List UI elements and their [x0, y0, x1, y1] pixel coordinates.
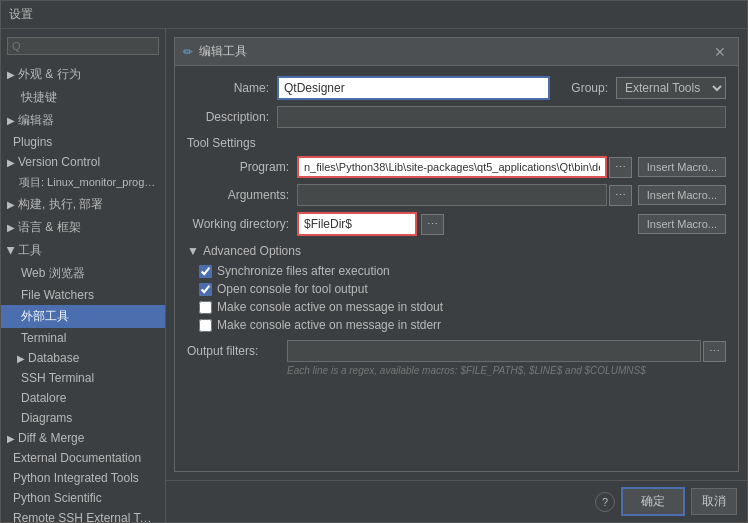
sidebar-item-editor[interactable]: ▶ 编辑器: [1, 109, 165, 132]
sync-files-checkbox[interactable]: [199, 265, 212, 278]
sidebar-item-diff-merge[interactable]: ▶ Diff & Merge: [1, 428, 165, 448]
settings-body: ▶ 外观 & 行为 快捷键 ▶ 编辑器 Plugins ▶ Version Co…: [1, 29, 747, 522]
console-stderr-checkbox[interactable]: [199, 319, 212, 332]
sidebar-item-label-tools: 工具: [18, 242, 42, 259]
open-console-row: Open console for tool output: [199, 282, 726, 296]
output-filters-row: Output filters: ⋯: [187, 340, 726, 362]
program-label: Program:: [187, 160, 297, 174]
sidebar-item-label-db: Database: [28, 351, 79, 365]
sidebar-item-database[interactable]: ▶ Database: [1, 348, 165, 368]
sidebar-item-ssh-terminal[interactable]: SSH Terminal: [1, 368, 165, 388]
program-input[interactable]: [297, 156, 607, 178]
working-dir-browse-button[interactable]: ⋯: [421, 214, 444, 235]
name-input[interactable]: [277, 76, 550, 100]
tool-settings-box: Tool Settings Program: ⋯ Insert Macro...: [187, 136, 726, 236]
output-filters-label: Output filters:: [187, 344, 287, 358]
sidebar-item-plugins[interactable]: Plugins: [1, 132, 165, 152]
console-stdout-row: Make console active on message in stdout: [199, 300, 726, 314]
arrow-icon-vc: ▶: [7, 157, 15, 168]
sidebar-item-file-watchers[interactable]: File Watchers: [1, 285, 165, 305]
program-insert-macro-button[interactable]: Insert Macro...: [638, 157, 726, 177]
sidebar-item-external-tools[interactable]: 外部工具: [1, 305, 165, 328]
group-label-text: Group:: [566, 81, 616, 95]
arrow-icon: ▶: [7, 69, 15, 80]
sidebar-item-tools[interactable]: ▶ 工具: [1, 239, 165, 262]
main-content: ✏ 编辑工具 ✕ Name: Group: External Tools: [166, 29, 747, 522]
arrow-icon-lang: ▶: [7, 222, 15, 233]
working-dir-row: Working directory: ⋯ Insert Macro...: [187, 212, 726, 236]
sidebar-item-python-scientific[interactable]: Python Scientific: [1, 488, 165, 508]
sidebar-item-datalore[interactable]: Datalore: [1, 388, 165, 408]
sidebar-item-project[interactable]: 项目: Linux_monitor_program: [1, 172, 165, 193]
arguments-label: Arguments:: [187, 188, 297, 202]
inner-body: Name: Group: External Tools Description:: [175, 66, 738, 471]
program-row: Program: ⋯ Insert Macro...: [187, 156, 726, 178]
sidebar-item-build[interactable]: ▶ 构建, 执行, 部署: [1, 193, 165, 216]
cancel-button[interactable]: 取消: [691, 488, 737, 515]
sidebar-item-lang[interactable]: ▶ 语言 & 框架: [1, 216, 165, 239]
group-select[interactable]: External Tools: [616, 77, 726, 99]
settings-titlebar: 设置: [1, 1, 747, 29]
program-browse-button[interactable]: ⋯: [609, 157, 632, 178]
sync-files-label: Synchronize files after execution: [217, 264, 390, 278]
editor-tools-dialog: ✏ 编辑工具 ✕ Name: Group: External Tools: [174, 37, 739, 472]
arrow-icon-db: ▶: [17, 353, 25, 364]
sidebar-item-web-browser[interactable]: Web 浏览器: [1, 262, 165, 285]
description-row: Description:: [187, 106, 726, 128]
sidebar-item-remote-ssh[interactable]: Remote SSH External Tools: [1, 508, 165, 522]
arguments-input[interactable]: [297, 184, 607, 206]
sidebar-item-label-diff: Diff & Merge: [18, 431, 84, 445]
close-button[interactable]: ✕: [710, 44, 730, 60]
open-console-label: Open console for tool output: [217, 282, 368, 296]
edit-icon: ✏: [183, 45, 193, 59]
sidebar-item-python-integrated[interactable]: Python Integrated Tools: [1, 468, 165, 488]
arguments-input-wrap: ⋯: [297, 184, 632, 206]
sidebar-item-terminal[interactable]: Terminal: [1, 328, 165, 348]
open-console-checkbox[interactable]: [199, 283, 212, 296]
console-stderr-row: Make console active on message in stderr: [199, 318, 726, 332]
advanced-section: ▼ Advanced Options Synchronize files aft…: [187, 244, 726, 332]
output-filters-input[interactable]: [287, 340, 701, 362]
advanced-header[interactable]: ▼ Advanced Options: [187, 244, 726, 258]
arguments-insert-macro-button[interactable]: Insert Macro...: [638, 185, 726, 205]
output-filters-browse-button[interactable]: ⋯: [703, 341, 726, 362]
sidebar-item-label-build: 构建, 执行, 部署: [18, 196, 103, 213]
working-dir-label: Working directory:: [187, 217, 297, 231]
sidebar-item-label-editor: 编辑器: [18, 112, 54, 129]
sidebar-item-version-control[interactable]: ▶ Version Control: [1, 152, 165, 172]
output-filters-hint: Each line is a regex, available macros: …: [287, 365, 726, 376]
help-button[interactable]: ?: [595, 492, 615, 512]
sidebar-item-appearance[interactable]: ▶ 外观 & 行为: [1, 63, 165, 86]
inner-titlebar: ✏ 编辑工具 ✕: [175, 38, 738, 66]
sidebar-item-label-vc: Version Control: [18, 155, 100, 169]
name-label: Name:: [187, 81, 277, 95]
arrow-icon-diff: ▶: [7, 433, 15, 444]
working-dir-insert-macro-button[interactable]: Insert Macro...: [638, 214, 726, 234]
settings-title: 设置: [9, 6, 739, 23]
settings-dialog: 设置 ▶ 外观 & 行为 快捷键 ▶ 编辑器 Plugins ▶ Version…: [0, 0, 748, 523]
sidebar-item-external-doc[interactable]: External Documentation: [1, 448, 165, 468]
sidebar-item-label-lang: 语言 & 框架: [18, 219, 81, 236]
arguments-browse-button[interactable]: ⋯: [609, 185, 632, 206]
sidebar: ▶ 外观 & 行为 快捷键 ▶ 编辑器 Plugins ▶ Version Co…: [1, 29, 166, 522]
inner-dialog-title: 编辑工具: [199, 43, 710, 60]
ok-button[interactable]: 确定: [621, 487, 685, 516]
sidebar-item-label: 外观 & 行为: [18, 66, 81, 83]
working-dir-input[interactable]: [297, 212, 417, 236]
console-stdout-label: Make console active on message in stdout: [217, 300, 443, 314]
arrow-icon-tools: ▶: [6, 247, 17, 255]
sidebar-item-keymap[interactable]: 快捷键: [1, 86, 165, 109]
console-stdout-checkbox[interactable]: [199, 301, 212, 314]
bottom-bar: ? 确定 取消: [166, 480, 747, 522]
arrow-icon-editor: ▶: [7, 115, 15, 126]
sidebar-search-input[interactable]: [7, 37, 159, 55]
arrow-icon-build: ▶: [7, 199, 15, 210]
description-input[interactable]: [277, 106, 726, 128]
sidebar-search-container: [1, 33, 165, 59]
arguments-row: Arguments: ⋯ Insert Macro...: [187, 184, 726, 206]
program-input-wrap: ⋯: [297, 156, 632, 178]
tool-settings-label: Tool Settings: [187, 136, 726, 150]
advanced-label: Advanced Options: [203, 244, 301, 258]
working-dir-input-wrap: ⋯: [297, 212, 632, 236]
sidebar-item-diagrams[interactable]: Diagrams: [1, 408, 165, 428]
